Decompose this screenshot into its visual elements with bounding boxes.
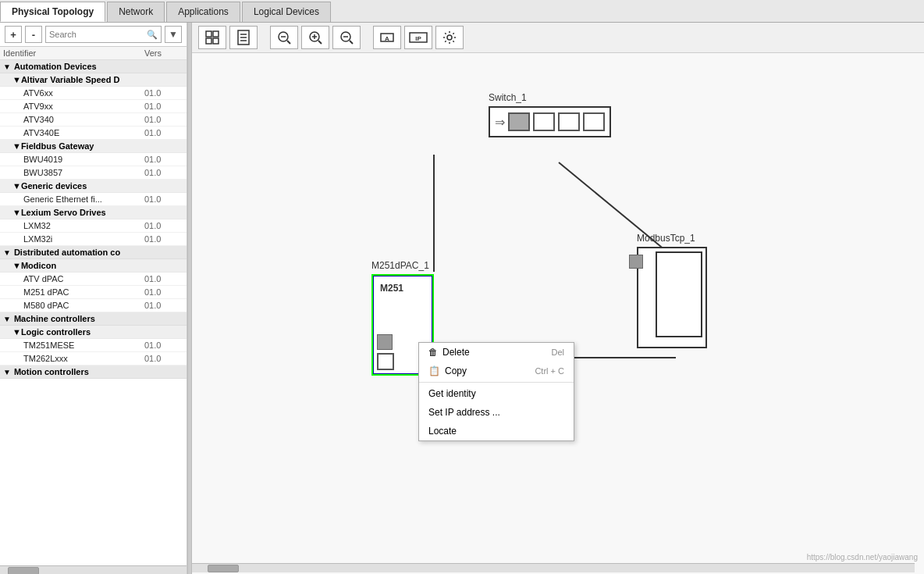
- arrow-icon: ▼: [3, 62, 11, 71]
- canvas-area[interactable]: Switch_1 ⇒ ModbusTcp_1 M251d: [192, 53, 924, 572]
- list-item[interactable]: LXM32i 01.0: [0, 233, 187, 246]
- search-box[interactable]: 🔍: [45, 26, 162, 43]
- context-set-ip-label: Set IP address ...: [428, 407, 500, 418]
- subgroup-generic[interactable]: ▼ Generic devices: [0, 180, 187, 193]
- list-item[interactable]: BWU3857 01.0: [0, 166, 187, 180]
- context-separator: [419, 382, 574, 383]
- modbus-label: ModbusTcp_1: [637, 233, 707, 244]
- modbus-node[interactable]: ModbusTcp_1: [637, 233, 707, 348]
- search-input[interactable]: [49, 30, 147, 39]
- m251-port-2: [377, 353, 394, 370]
- context-locate-label: Locate: [428, 426, 457, 437]
- zoom-out-button[interactable]: [332, 26, 361, 49]
- arrow-icon: ▼: [12, 327, 21, 337]
- group-automation-devices[interactable]: ▼ Automation Devices: [0, 60, 187, 73]
- list-item[interactable]: ATV dPAC 01.0: [0, 273, 187, 286]
- modbus-port: [629, 255, 643, 269]
- list-item[interactable]: ATV6xx 01.0: [0, 87, 187, 100]
- arrow-icon: ▼: [12, 181, 21, 191]
- context-menu: 🗑 Delete Del 📋 Copy Ctrl + C Get identit…: [418, 342, 574, 441]
- group-machine[interactable]: ▼ Machine controllers: [0, 312, 187, 326]
- group-distributed[interactable]: ▼ Distributed automation co: [0, 246, 187, 259]
- switch-port-2: [533, 112, 555, 131]
- svg-rect-3: [213, 38, 219, 44]
- modbus-inner: [656, 251, 702, 337]
- switch-box: ⇒: [489, 106, 611, 137]
- remove-button[interactable]: -: [25, 26, 42, 43]
- context-locate[interactable]: Locate: [419, 422, 574, 440]
- zoom-out-icon: [339, 30, 354, 45]
- list-item[interactable]: ATV340E 01.0: [0, 127, 187, 140]
- subgroup-logic[interactable]: ▼ Logic controllers: [0, 326, 187, 339]
- search-icon: 🔍: [147, 30, 158, 40]
- modbus-outer: [637, 247, 707, 348]
- delete-icon: 🗑: [428, 347, 438, 358]
- list-item[interactable]: Generic Ethernet fi... 01.0: [0, 193, 187, 206]
- scrollbar-thumb[interactable]: [208, 565, 239, 572]
- context-copy[interactable]: 📋 Copy Ctrl + C: [419, 362, 574, 380]
- list-item[interactable]: M580 dPAC 01.0: [0, 299, 187, 312]
- filter-button[interactable]: ▼: [165, 26, 182, 43]
- svg-line-12: [318, 41, 322, 44]
- left-toolbar: + - 🔍 ▼: [0, 23, 187, 47]
- scrollbar-thumb[interactable]: [8, 567, 39, 574]
- switch-arrow-icon: ⇒: [495, 115, 505, 130]
- horizontal-scrollbar[interactable]: [0, 565, 187, 574]
- group-label: Automation Devices: [14, 62, 97, 71]
- gear-icon: [442, 30, 457, 45]
- switch-port-3: [558, 112, 580, 131]
- document-button[interactable]: [229, 26, 258, 49]
- subgroup-label: Generic devices: [21, 181, 87, 191]
- col-version: Vers: [144, 48, 183, 58]
- fit-view-button[interactable]: [198, 26, 226, 49]
- tab-physical-topology[interactable]: Physical Topology: [0, 2, 105, 22]
- tab-applications[interactable]: Applications: [166, 2, 240, 22]
- zoom-reset-button[interactable]: [270, 26, 298, 49]
- context-set-ip[interactable]: Set IP address ...: [419, 403, 574, 422]
- context-delete[interactable]: 🗑 Delete Del: [419, 343, 574, 362]
- zoom-in-button[interactable]: [301, 26, 329, 49]
- subgroup-label: Modicon: [21, 261, 56, 270]
- ip-button[interactable]: IP: [404, 26, 432, 49]
- group-motion[interactable]: ▼ Motion controllers: [0, 365, 187, 379]
- switch-port-1: [508, 112, 530, 131]
- switch-port-4: [583, 112, 605, 131]
- label-button[interactable]: A: [373, 26, 401, 49]
- context-get-identity-label: Get identity: [428, 388, 476, 399]
- tab-bar: Physical Topology Network Applications L…: [0, 0, 924, 23]
- switch-label: Switch_1: [489, 92, 611, 103]
- context-get-identity[interactable]: Get identity: [419, 384, 574, 403]
- context-copy-label: Copy: [445, 365, 467, 376]
- list-item[interactable]: ATV9xx 01.0: [0, 100, 187, 113]
- tab-logical-devices[interactable]: Logical Devices: [242, 2, 331, 22]
- subgroup-altivar[interactable]: ▼ Altivar Variable Speed D: [0, 73, 187, 87]
- list-item[interactable]: TM262Lxxx 01.0: [0, 352, 187, 365]
- tab-network[interactable]: Network: [107, 2, 165, 22]
- copy-icon: 📋: [428, 365, 440, 376]
- switch-node[interactable]: Switch_1 ⇒: [489, 92, 611, 137]
- svg-rect-1: [213, 31, 219, 37]
- label-icon: A: [379, 30, 395, 45]
- document-icon: [236, 30, 251, 45]
- list-item[interactable]: BWU4019 01.0: [0, 153, 187, 166]
- svg-point-22: [447, 35, 452, 40]
- subgroup-label: Logic controllers: [21, 327, 91, 337]
- filter-icon: ▼: [169, 29, 178, 40]
- group-label: Machine controllers: [14, 314, 95, 323]
- settings-button[interactable]: [435, 26, 464, 49]
- canvas-scrollbar-h[interactable]: [192, 563, 915, 572]
- subgroup-lexium[interactable]: ▼ Lexium Servo Drives: [0, 206, 187, 219]
- copy-shortcut: Ctrl + C: [535, 366, 564, 376]
- list-item[interactable]: TM251MESE 01.0: [0, 339, 187, 352]
- arrow-icon: ▼: [3, 368, 11, 376]
- subgroup-fieldbus[interactable]: ▼ Fieldbus Gateway: [0, 140, 187, 153]
- add-button[interactable]: +: [5, 26, 22, 43]
- svg-rect-0: [206, 31, 211, 37]
- subgroup-modicon[interactable]: ▼ Modicon: [0, 259, 187, 273]
- list-item[interactable]: M251 dPAC 01.0: [0, 286, 187, 299]
- delete-shortcut: Del: [551, 348, 564, 357]
- context-delete-label: Delete: [442, 347, 470, 358]
- list-item[interactable]: ATV340 01.0: [0, 113, 187, 127]
- arrow-icon: ▼: [3, 248, 11, 257]
- list-item[interactable]: LXM32 01.0: [0, 219, 187, 233]
